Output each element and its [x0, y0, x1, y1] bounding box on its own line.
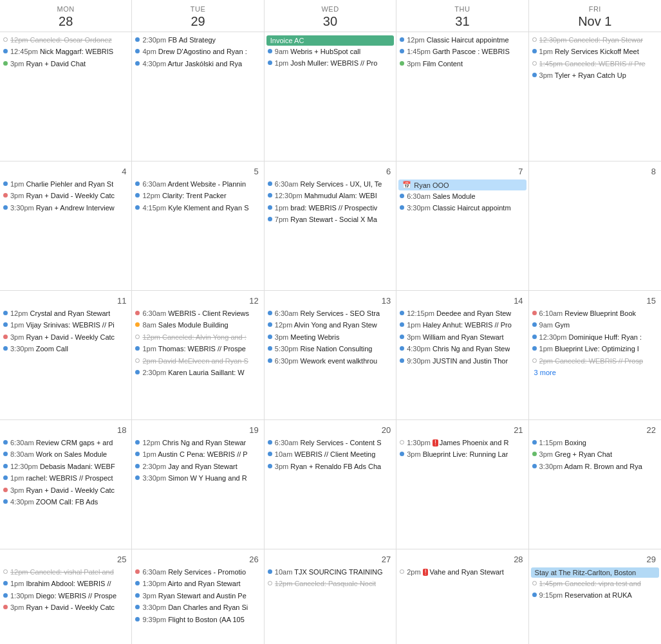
list-item[interactable]: 3pm Ryan + David - Weekly Catc	[1, 485, 130, 496]
list-item[interactable]: 8am Sales Module Building	[133, 320, 262, 331]
list-item[interactable]: 12pm Classic Haircut appointme	[398, 35, 526, 46]
ryan-ooo-block[interactable]: 📅 Ryan OOO	[398, 179, 526, 190]
list-item[interactable]: 3:30pm Simon W Y Huang and R	[133, 473, 262, 484]
list-item[interactable]: 12pm Clarity: Trent Packer	[133, 190, 262, 201]
list-item[interactable]: 2pm !Vahe and Ryan Stewart	[398, 567, 526, 578]
list-item[interactable]: 1pm brad: WEBRIS // Prospectiv	[266, 203, 395, 214]
list-item[interactable]: 4:30pm ZOOM Call: FB Ads	[1, 497, 130, 508]
list-item[interactable]: 12pm Chris Ng and Ryan Stewar	[133, 437, 262, 448]
list-item[interactable]: 3:30pm Classic Haircut appointm	[398, 203, 526, 214]
stay-ritz-block[interactable]: Stay at The Ritz-Carlton, Boston	[531, 567, 659, 578]
list-item[interactable]: 2pm Canceled: WEBRIS // Prosp	[530, 356, 660, 367]
dot-icon	[135, 205, 140, 210]
list-item[interactable]: 3pm Blueprint Live: Running Lar	[398, 449, 526, 460]
dot-icon	[268, 193, 272, 198]
list-item[interactable]: 1pm Austin C Pena: WEBRIS // P	[133, 449, 262, 460]
list-item[interactable]: 6:30am WEBRIS - Client Reviews	[133, 308, 262, 319]
list-item[interactable]: 3pm William and Ryan Stewart	[398, 332, 526, 343]
list-item[interactable]: 3pm Film Content	[398, 59, 526, 69]
list-item[interactable]: 3pm Tyler + Ryan Catch Up	[530, 70, 660, 81]
list-item[interactable]: 12:30pm Debasis Madani: WEBF	[1, 461, 130, 472]
list-item[interactable]: 6:30am Sales Module	[398, 191, 526, 202]
list-item[interactable]: 12pm Canceled: Alvin Yong and :	[133, 332, 262, 343]
list-item[interactable]: 12:45pm Nick Maggarf: WEBRIS	[1, 46, 130, 57]
list-item[interactable]: 1:30pm Diego: WEBRIS // Prospe	[1, 591, 130, 602]
list-item[interactable]: 1pm Rely Services Kickoff Meet	[530, 46, 660, 57]
list-item[interactable]: 4:30pm Chris Ng and Ryan Stew	[398, 344, 526, 354]
list-item[interactable]: 10am WEBRIS // Client Meeting	[266, 449, 395, 460]
list-item[interactable]: 4:30pm Artur Jaskólski and Rya	[133, 59, 262, 69]
list-item[interactable]: 9:15pm Reservation at RUKA	[530, 590, 660, 601]
list-item[interactable]: 1:30pm !James Phoenix and R	[398, 437, 526, 448]
list-item[interactable]: 6:30am Rely Services - UX, UI, Te	[266, 179, 395, 190]
day-25: 25 12pm Canceled: vishal Patel and 1pm I…	[0, 549, 132, 644]
dot-icon	[3, 593, 8, 598]
list-item[interactable]: 12:30pm Mahmudul Alam: WEBI	[266, 190, 395, 201]
list-item[interactable]: 3:30pm Ryan + Andrew Interview	[1, 203, 130, 214]
day-nov1: 12:30pm Canceled: Ryan Stewar 1pm Rely S…	[529, 32, 661, 161]
list-item[interactable]: 2:30pm Jay and Ryan Stewart	[133, 461, 262, 472]
list-item[interactable]: 4:15pm Kyle Klement and Ryan S	[133, 203, 262, 214]
list-item[interactable]: 12:30pm Dominique Huff: Ryan :	[530, 332, 660, 343]
list-item[interactable]: 12pm Alvin Yong and Ryan Stew	[266, 320, 395, 331]
list-item[interactable]: 1:45pm Canceled: WEBRIS // Pre	[530, 59, 660, 69]
list-item[interactable]: 9:30pm JUSTIN and Justin Thor	[398, 356, 526, 367]
list-item[interactable]: 6:30am Review CRM gaps + ard	[1, 437, 130, 448]
dot-icon	[3, 581, 8, 585]
dot-icon	[532, 346, 537, 351]
list-item[interactable]: 3pm Ryan + David - Weekly Catc	[1, 602, 130, 613]
list-item[interactable]: 1pm Josh Muller: WEBRIS // Pro	[266, 58, 395, 69]
list-item[interactable]: 9am Gym	[530, 320, 660, 331]
list-item[interactable]: 3pm Greg + Ryan Chat	[530, 449, 660, 460]
circle-icon	[3, 37, 8, 42]
list-item[interactable]: 3pm Ryan + David Chat	[1, 59, 130, 69]
list-item[interactable]: 5:30pm Rise Nation Consulting	[266, 344, 395, 354]
list-item[interactable]: 2:30pm FB Ad Strategy	[133, 35, 262, 46]
list-item[interactable]: 6:10am Review Blueprint Book	[530, 308, 660, 319]
list-item[interactable]: 8:30am Work on Sales Module	[1, 449, 130, 460]
list-item[interactable]: 3pm Meeting Webris	[266, 332, 395, 343]
list-item[interactable]: 3pm Ryan Stewart and Austin Pe	[133, 591, 262, 602]
list-item[interactable]: 4pm Drew D'Agostino and Ryan :	[133, 46, 262, 57]
calendar: MON 28 TUE 29 WED 30 THU 31 FRI Nov 1 12…	[0, 0, 661, 644]
list-item[interactable]: 12pm Canceled: Oscar Ordonez	[1, 35, 130, 46]
list-item[interactable]: 6:30am Rely Services - SEO Stra	[266, 308, 395, 319]
list-item[interactable]: 2:30pm Karen Lauria Saillant: W	[133, 367, 262, 378]
list-item[interactable]: 6:30am Rely Services - Content S	[266, 437, 395, 448]
list-item[interactable]: 1:45pm Canceled: vipra test and	[530, 578, 660, 589]
list-item[interactable]: 12:30pm Canceled: Ryan Stewar	[530, 35, 660, 46]
list-item[interactable]: 6:30pm Wework event walkthrou	[266, 356, 395, 367]
list-item[interactable]: 1pm Vijay Srinivas: WEBRIS // Pi	[1, 320, 130, 331]
list-item[interactable]: 12pm Canceled: Pasquale Nocit	[266, 578, 395, 589]
list-item[interactable]: 3pm Ryan + David - Weekly Catc	[1, 190, 130, 201]
list-item[interactable]: 1:15pm Boxing	[530, 437, 660, 448]
list-item[interactable]: 3:30pm Dan Charles and Ryan Si	[133, 602, 262, 613]
list-item[interactable]: 12pm Crystal and Ryan Stewart	[1, 308, 130, 319]
list-item[interactable]: 3:30pm Adam R. Brown and Rya	[530, 461, 660, 472]
list-item[interactable]: 1:45pm Garth Pascoe : WEBRIS	[398, 46, 526, 57]
list-item[interactable]: 3pm Ryan + David - Weekly Catc	[1, 332, 130, 343]
list-item[interactable]: 7pm Ryan Stewart - Social X Ma	[266, 214, 395, 225]
list-item[interactable]: 12pm Canceled: vishal Patel and	[1, 567, 130, 578]
list-item[interactable]: 6:30am Rely Services - Promotio	[133, 567, 262, 578]
dot-icon	[3, 440, 8, 445]
list-item[interactable]: 1pm Haley Anhut: WEBRIS // Pro	[398, 320, 526, 331]
list-item[interactable]: 9am Webris + HubSpot call	[266, 46, 395, 57]
more-link[interactable]: 3 more	[530, 367, 660, 378]
list-item[interactable]: 2pm David McElveen and Ryan S	[133, 356, 262, 367]
invoice-ac-block[interactable]: Invoice AC	[266, 35, 394, 46]
dot-icon	[3, 181, 8, 186]
list-item[interactable]: 1pm Blueprint Live: Optimizing I	[530, 344, 660, 354]
list-item[interactable]: 12:15pm Deedee and Ryan Stew	[398, 308, 526, 319]
list-item[interactable]: 1pm Ibrahim Abdool: WEBRIS //	[1, 578, 130, 589]
list-item[interactable]: 6:30am Ardent Website - Plannin	[133, 179, 262, 190]
list-item[interactable]: 1pm Thomas: WEBRIS // Prospe	[133, 344, 262, 354]
list-item[interactable]: 9:39pm Flight to Boston (AA 105	[133, 614, 262, 625]
list-item[interactable]: 1pm rachel: WEBRIS // Prospect	[1, 473, 130, 484]
list-item[interactable]: 1:30pm Airto and Ryan Stewart	[133, 578, 262, 589]
list-item[interactable]: 3:30pm Zoom Call	[1, 344, 130, 354]
list-item[interactable]: 10am TJX SOURCING TRAINING	[266, 567, 395, 578]
list-item[interactable]: 3pm Ryan + Renaldo FB Ads Cha	[266, 461, 395, 472]
circle-icon	[135, 358, 140, 363]
list-item[interactable]: 1pm Charlie Piehler and Ryan St	[1, 179, 130, 190]
